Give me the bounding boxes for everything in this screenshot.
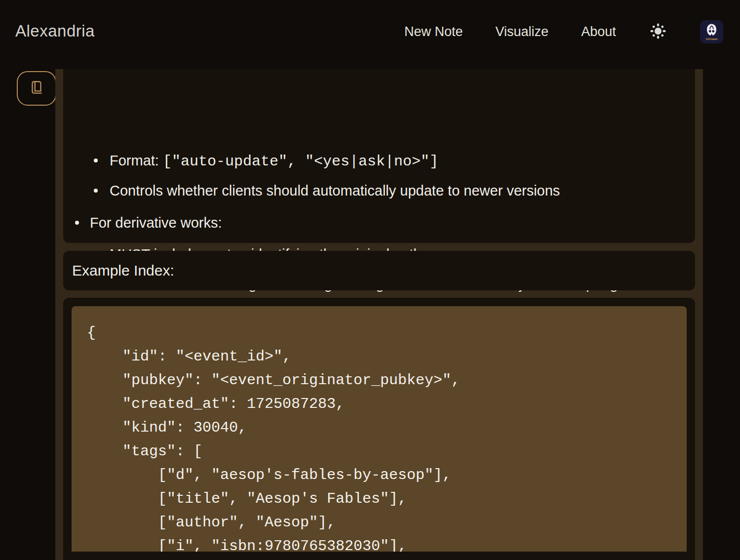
bullet-format: Format: ["auto-update", "<yes|ask|no>"] (110, 151, 438, 171)
gitcitadel-logo-icon: GitCitadel (700, 20, 723, 43)
app-title[interactable]: Alexandria (15, 22, 95, 40)
doc-section-example-code: { "id": "<event_id>", "pubkey": "<event_… (63, 298, 695, 560)
nav-visualize[interactable]: Visualize (496, 24, 549, 40)
json-code-block[interactable]: { "id": "<event_id>", "pubkey": "<event_… (72, 306, 687, 552)
doc-section-example-label: Example Index: (63, 251, 695, 290)
nav-new-note[interactable]: New Note (404, 24, 463, 40)
header-nav: New Note Visualize About (404, 20, 723, 43)
sidebar-toggle-button[interactable] (17, 71, 56, 106)
bullet-controls: Controls whether clients should automati… (110, 181, 560, 200)
sun-icon (649, 22, 667, 41)
example-index-label: Example Index: (72, 262, 174, 279)
bullet-format-code: ["auto-update", "<yes|ask|no>"] (163, 153, 438, 170)
book-icon (28, 80, 45, 98)
nav-about[interactable]: About (581, 24, 616, 40)
theme-toggle-button[interactable] (649, 22, 667, 41)
publication-content: Format: ["auto-update", "<yes|ask|no>"] … (55, 69, 703, 560)
gitcitadel-logo-button[interactable]: GitCitadel (700, 20, 723, 43)
json-code-text: { "id": "<event_id>", "pubkey": "<event_… (87, 321, 671, 552)
svg-text:GitCitadel: GitCitadel (705, 38, 717, 40)
doc-section-rules: Format: ["auto-update", "<yes|ask|no>"] … (63, 69, 695, 243)
bullet-derivative-works: For derivative works: (90, 213, 222, 233)
bullet-format-label: Format: (110, 153, 163, 168)
